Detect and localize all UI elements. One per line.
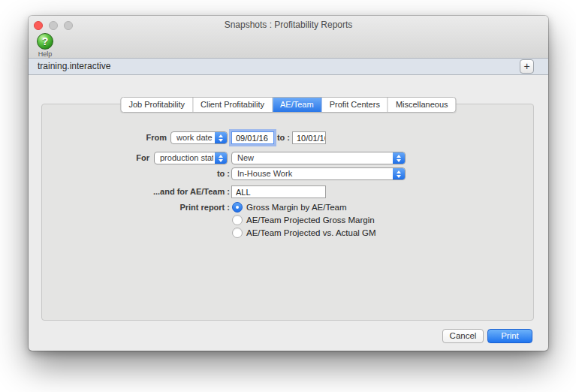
report-tabs: Job Profitability Client Profitability A… <box>120 97 456 113</box>
radio-label: Gross Margin by AE/Team <box>246 203 347 212</box>
tab-profit-centers[interactable]: Profit Centers <box>322 98 388 112</box>
window-title: Snapshots : Profitability Reports <box>29 16 548 32</box>
status-from-value: New <box>237 152 391 164</box>
tab-client-profitability[interactable]: Client Profitability <box>193 98 273 112</box>
to-date-label: to : <box>261 131 290 144</box>
print-report-label: Print report : <box>141 201 230 214</box>
stepper-icon <box>215 132 227 143</box>
radio-off-icon[interactable] <box>232 228 243 238</box>
stepper-icon <box>393 168 405 179</box>
stepper-icon <box>215 152 227 164</box>
tab-miscellaneous[interactable]: Miscellaneous <box>388 98 456 112</box>
help-button[interactable]: ? Help <box>33 33 57 58</box>
radio-label: AE/Team Projected Gross Margin <box>246 216 375 225</box>
status-selector-value: production status : <box>160 152 213 164</box>
cancel-button[interactable]: Cancel <box>442 329 484 343</box>
status-to-label: to : <box>179 167 230 180</box>
database-name: training.interactive <box>38 59 110 74</box>
window-chrome: Snapshots : Profitability Reports ? Help <box>29 16 548 59</box>
add-button[interactable]: + <box>520 59 534 74</box>
from-selector-dropdown[interactable]: work date : <box>170 131 228 144</box>
status-from-dropdown[interactable]: New <box>231 152 406 164</box>
tab-ae-team[interactable]: AE/Team <box>273 98 322 112</box>
radio-off-icon[interactable] <box>232 215 243 225</box>
radio-label: AE/Team Projected vs. Actual GM <box>246 228 376 237</box>
radio-projected-gross-margin[interactable]: AE/Team Projected Gross Margin <box>232 215 375 225</box>
help-label: Help <box>33 50 57 58</box>
stepper-icon <box>393 152 405 164</box>
status-to-dropdown[interactable]: In-House Work <box>231 167 406 180</box>
database-bar: training.interactive + <box>29 58 548 75</box>
status-to-value: In-House Work <box>237 168 391 179</box>
print-button[interactable]: Print <box>487 329 532 343</box>
radio-gross-margin[interactable]: Gross Margin by AE/Team <box>232 202 347 213</box>
radio-on-icon[interactable] <box>232 202 243 213</box>
ae-team-label: ...and for AE/Team : <box>141 185 230 198</box>
to-date-input[interactable] <box>292 131 326 144</box>
from-selector-value: work date : <box>176 132 213 143</box>
status-selector-dropdown[interactable]: production status : <box>154 152 228 164</box>
ae-team-input[interactable] <box>231 185 326 198</box>
from-label: From <box>119 131 167 144</box>
radio-projected-vs-actual[interactable]: AE/Team Projected vs. Actual GM <box>232 228 376 238</box>
for-label: For <box>119 152 149 164</box>
titlebar[interactable]: Snapshots : Profitability Reports <box>29 16 548 32</box>
help-icon: ? <box>37 33 53 50</box>
tab-job-profitability[interactable]: Job Profitability <box>121 98 193 112</box>
snapshots-window: Snapshots : Profitability Reports ? Help… <box>29 16 548 351</box>
